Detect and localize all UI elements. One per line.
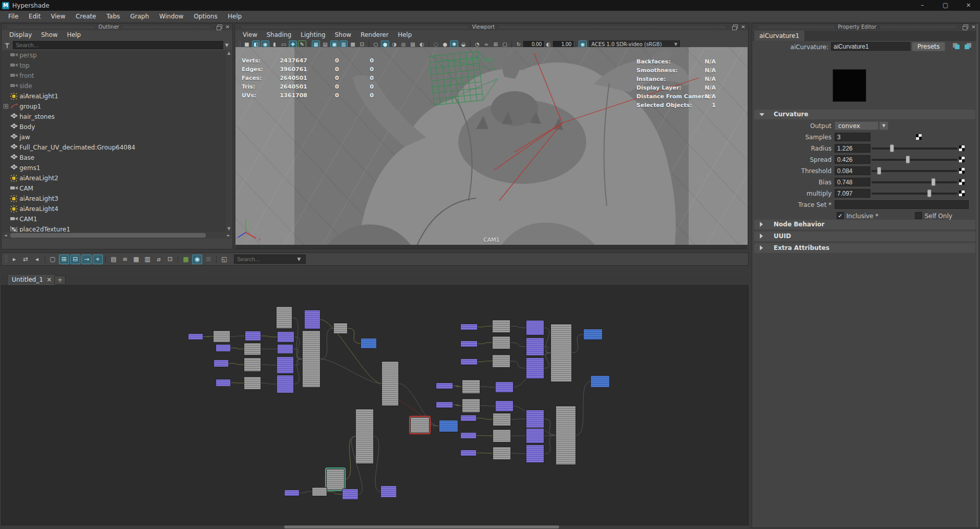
scroll-up-icon[interactable]: ▲ <box>226 50 232 56</box>
map-button-icon[interactable] <box>916 134 922 140</box>
graph-node[interactable] <box>436 383 453 389</box>
chevron-down-icon[interactable]: ▼ <box>295 257 303 262</box>
graph-node[interactable] <box>493 447 511 460</box>
frame-all-icon[interactable]: ◱ <box>219 255 229 264</box>
search-dropdown-arrow-icon[interactable]: ▼ <box>223 43 230 48</box>
section-uuid[interactable]: UUID <box>754 231 975 241</box>
samples-field[interactable] <box>835 133 870 141</box>
copy-tab-icon[interactable] <box>965 43 972 50</box>
graph-node[interactable] <box>302 330 321 388</box>
outliner-item-body[interactable]: Body <box>2 122 226 132</box>
outliner-menu-help[interactable]: Help <box>62 30 86 40</box>
outliner-item-cam[interactable]: CAM <box>2 183 226 194</box>
export-image-icon[interactable]: ⊡ <box>165 255 175 264</box>
hscroll-thumb[interactable] <box>10 233 206 238</box>
graph-node[interactable] <box>244 376 261 390</box>
graph-upstream-icon[interactable]: → <box>81 255 92 264</box>
zoom-icon[interactable]: ⌀ <box>154 255 164 264</box>
layout-custom-icon[interactable]: ▥ <box>142 255 153 264</box>
graph-node[interactable] <box>495 400 514 412</box>
outliner-item-front[interactable]: front <box>2 71 226 81</box>
threshold-field[interactable] <box>835 166 870 175</box>
graph-node[interactable] <box>245 331 261 341</box>
close-panel-icon[interactable]: ✕ <box>740 25 746 30</box>
material-swatch[interactable] <box>833 69 866 102</box>
scroll-right-icon[interactable]: ► <box>225 233 232 238</box>
bias-field[interactable] <box>835 178 870 186</box>
slider-handle[interactable] <box>906 156 910 163</box>
add-node-icon[interactable]: ⊞ <box>59 255 69 264</box>
radius-field[interactable] <box>835 144 870 153</box>
slider-handle[interactable] <box>931 178 935 186</box>
tab-aicurvature1[interactable]: aiCurvature1 <box>754 31 804 41</box>
graph-node[interactable] <box>244 357 261 372</box>
add-tab-button[interactable]: + <box>54 276 66 285</box>
graph-node[interactable] <box>460 415 477 421</box>
multiply-field[interactable] <box>835 189 870 198</box>
graph-node[interactable] <box>493 413 511 426</box>
graph-node[interactable] <box>326 469 345 490</box>
outliner-item-side[interactable]: side <box>2 81 226 91</box>
radius-slider[interactable] <box>871 147 957 150</box>
lock-icon[interactable]: ⊠ <box>203 255 214 264</box>
graph-node[interactable] <box>276 306 292 329</box>
graph-node[interactable] <box>590 375 610 388</box>
graph-node[interactable] <box>460 341 478 347</box>
graph-node[interactable] <box>460 324 478 330</box>
outliner-menu-display[interactable]: Display <box>5 30 36 40</box>
graph-node[interactable] <box>526 337 544 356</box>
outliner-item-place2dtexture1[interactable]: place2dTexture1 <box>2 224 226 232</box>
graph-node[interactable] <box>381 361 399 406</box>
grid-icon[interactable]: ▦ <box>181 255 191 264</box>
menu-file[interactable]: File <box>3 11 24 22</box>
outliner-search-input[interactable] <box>13 41 223 49</box>
show-hide-attributes-icon[interactable] <box>953 43 960 50</box>
menu-view[interactable]: View <box>46 11 70 22</box>
viewport-menu-shading[interactable]: Shading <box>262 30 296 40</box>
toolbar-grip[interactable] <box>5 256 7 263</box>
graph-node[interactable] <box>526 428 544 443</box>
close-panel-icon[interactable]: ✕ <box>225 25 230 30</box>
detach-panel-icon[interactable] <box>217 25 222 30</box>
graph-node[interactable] <box>526 445 544 463</box>
graph-node[interactable] <box>492 320 510 333</box>
graph-node[interactable] <box>355 409 374 464</box>
viewport-menu-view[interactable]: View <box>238 30 262 40</box>
menu-options[interactable]: Options <box>188 11 222 22</box>
graph-hscroll-thumb[interactable] <box>284 525 559 528</box>
bias-slider[interactable] <box>871 181 957 183</box>
viewport-3d-canvas[interactable]: x z Verts:243764700Edges:396076100Faces:… <box>236 47 748 245</box>
output-dropdown-arrow-icon[interactable]: ▼ <box>879 121 888 130</box>
input-connections-icon[interactable]: ▸ <box>9 255 19 264</box>
node-graph-canvas[interactable] <box>1 285 749 525</box>
spread-field[interactable] <box>835 155 870 164</box>
graph-node[interactable] <box>188 333 203 340</box>
graph-node[interactable] <box>550 324 572 382</box>
tab-untitled-1[interactable]: Untitled_1× <box>7 274 56 285</box>
outliner-panel-header[interactable]: Outliner ✕ <box>2 24 232 30</box>
trace-set-field[interactable] <box>835 200 969 209</box>
menu-edit[interactable]: Edit <box>24 11 46 22</box>
section-extra-attributes[interactable]: Extra Attributes <box>754 243 975 253</box>
outliner-item-cam1[interactable]: CAM1 <box>2 214 226 224</box>
node-search-box[interactable]: ▼ <box>234 255 306 264</box>
graph-node[interactable] <box>284 490 300 496</box>
graph-node[interactable] <box>526 410 544 428</box>
graph-node[interactable] <box>462 398 480 413</box>
graph-node[interactable] <box>439 420 458 432</box>
graph-node[interactable] <box>216 344 231 352</box>
outliner-item-base[interactable]: Base <box>2 153 226 163</box>
pin-icon[interactable]: ⌖ <box>93 255 103 264</box>
graph-node[interactable] <box>277 344 293 354</box>
presets-button[interactable]: Presets <box>912 42 945 51</box>
viewport-menu-help[interactable]: Help <box>393 30 416 40</box>
property-editor-header[interactable]: Property Editor ✕ <box>752 24 978 30</box>
menu-tabs[interactable]: Tabs <box>101 11 125 22</box>
graph-node[interactable] <box>526 320 544 335</box>
detach-panel-icon[interactable] <box>963 25 968 30</box>
graph-node[interactable] <box>460 358 478 365</box>
inclusive-checkbox[interactable]: ✓ <box>837 212 844 219</box>
outliner-menu-show[interactable]: Show <box>36 30 62 40</box>
close-button[interactable]: × <box>957 0 980 11</box>
graph-node[interactable] <box>495 382 514 393</box>
